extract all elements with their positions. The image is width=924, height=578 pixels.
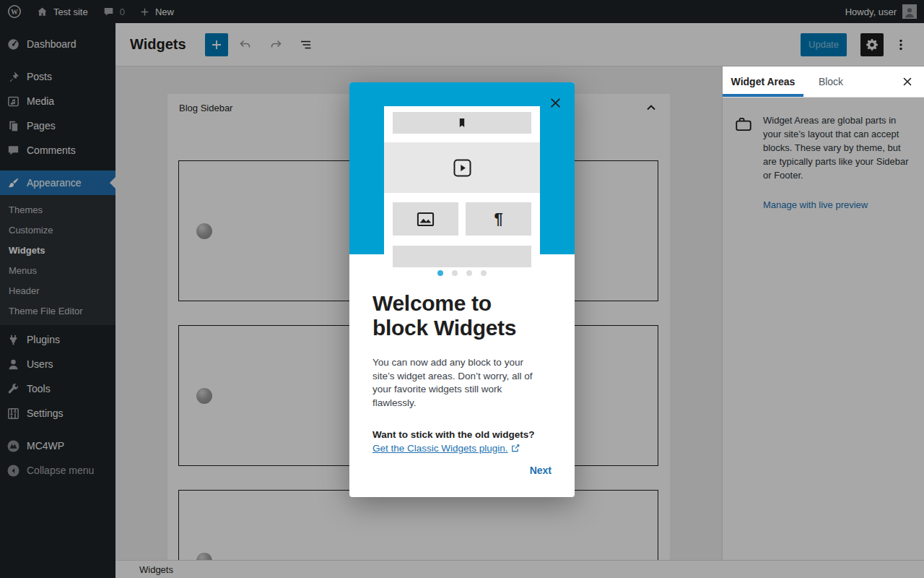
classic-widgets-link[interactable]: Get the Classic Widgets plugin. (372, 443, 508, 454)
illustration-columns: ¶ (393, 202, 531, 236)
close-icon (901, 75, 914, 88)
next-button[interactable]: Next (530, 465, 552, 476)
guide-pagination (372, 270, 552, 276)
guide-description: You can now add any block to your site’s… (372, 356, 547, 410)
guide-question: Want to stick with the old widgets? (372, 429, 535, 440)
wordpress-admin-widgets-screen: W Test site 0 New Howdy, user (0, 0, 924, 578)
tab-block[interactable]: Block (803, 66, 858, 97)
illustration-paragraph-block: ¶ (466, 202, 531, 236)
bookmark-icon (456, 117, 468, 129)
illustration-video-strip (384, 142, 540, 193)
welcome-guide-banner: ¶ (349, 82, 575, 254)
sidebar-tabs: Widget Areas Block (723, 66, 924, 98)
page-dot-4[interactable] (481, 270, 487, 276)
illustration-block-bar (393, 112, 531, 134)
guide-classic-note: Want to stick with the old widgets? Get … (372, 428, 550, 457)
close-sidebar-button[interactable] (891, 66, 924, 97)
welcome-guide-modal: ¶ Welcome to block Widgets You can now a… (349, 82, 575, 497)
illustration-image-block (393, 202, 458, 236)
video-play-icon (453, 158, 472, 178)
guide-illustration: ¶ (384, 106, 540, 254)
external-link-icon (510, 443, 520, 457)
pilcrow-icon: ¶ (494, 211, 502, 227)
page-dot-3[interactable] (466, 270, 472, 276)
image-icon (416, 210, 435, 229)
welcome-guide-body: Welcome to block Widgets You can now add… (349, 254, 575, 497)
tab-label: Widget Areas (731, 76, 796, 87)
close-modal-button[interactable] (546, 93, 565, 112)
close-icon (549, 96, 562, 110)
active-tab-underline (723, 94, 803, 97)
tab-label: Block (819, 76, 843, 87)
guide-title: Welcome to block Widgets (372, 291, 552, 340)
page-dot-2[interactable] (452, 270, 458, 276)
page-dot-1[interactable] (437, 270, 443, 276)
tab-widget-areas[interactable]: Widget Areas (723, 66, 803, 97)
